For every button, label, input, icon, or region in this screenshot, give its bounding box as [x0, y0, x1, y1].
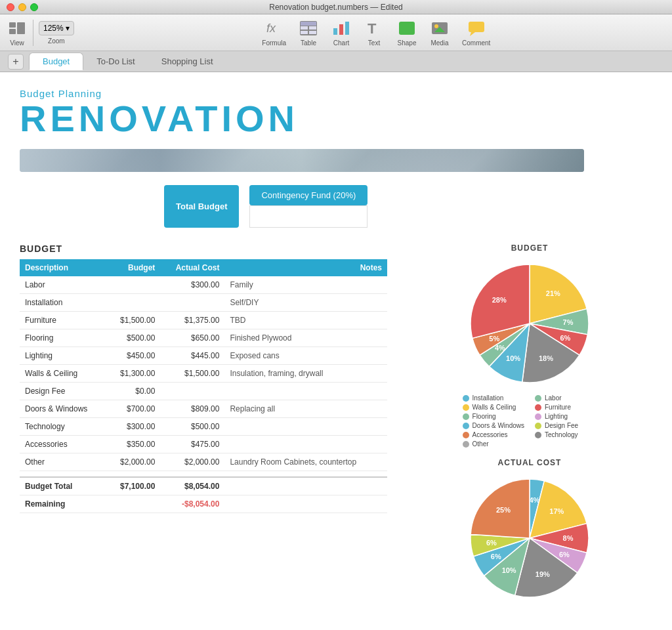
row-budget: $1,300.00: [106, 365, 160, 383]
zoom-group[interactable]: 125% ▾ Zoom: [39, 21, 74, 45]
zoom-label: Zoom: [48, 37, 65, 45]
row-notes: [224, 383, 387, 400]
svg-rect-9: [309, 31, 316, 34]
contingency-value-box[interactable]: [249, 205, 368, 228]
comment-group[interactable]: Comment: [462, 19, 490, 47]
svg-text:25%: 25%: [496, 506, 511, 514]
svg-rect-18: [469, 22, 484, 32]
legend-dot-walls: [463, 404, 469, 411]
shape-icon: [396, 19, 417, 37]
contingency-fund-button[interactable]: Contingency Fund (20%): [249, 185, 368, 205]
tabs-bar: + Budget To-Do List Shopping List: [0, 51, 672, 72]
total-label: Budget Total: [20, 477, 106, 495]
shape-group[interactable]: Shape: [396, 19, 417, 47]
row-actual: $650.00: [160, 329, 224, 347]
legend-flooring: Flooring: [463, 413, 524, 420]
table-icon: [298, 19, 319, 37]
svg-text:6%: 6%: [486, 539, 497, 547]
legend-label-doors: Doors & Windows: [472, 422, 524, 429]
row-budget: [106, 276, 160, 294]
row-description: Technology: [20, 418, 106, 436]
tab-budget[interactable]: Budget: [29, 52, 83, 70]
budget-pie-svg: 21%7%6%18%10%4%5%28%: [464, 258, 595, 389]
svg-text:21%: 21%: [546, 289, 560, 297]
actual-pie-container: ACTUAL COST 4%17%8%6%19%10%6%6%25%: [407, 458, 652, 604]
comment-label: Comment: [462, 39, 490, 47]
col-budget: Budget: [106, 259, 160, 276]
media-group[interactable]: Media: [429, 19, 450, 47]
svg-rect-6: [301, 26, 308, 30]
remaining-budget: [106, 495, 160, 513]
svg-rect-8: [301, 31, 308, 34]
row-notes: Self/DIY: [224, 294, 387, 312]
svg-text:7%: 7%: [563, 318, 574, 326]
row-budget: $450.00: [106, 347, 160, 365]
legend-label-labor: Labor: [545, 394, 562, 402]
table-header: Description Budget Actual Cost Notes: [20, 259, 387, 276]
row-notes: [224, 436, 387, 453]
budget-table: Description Budget Actual Cost Notes Lab…: [20, 259, 387, 513]
traffic-lights: [7, 3, 38, 11]
legend-dot-installation: [463, 395, 469, 402]
legend-label-installation: Installation: [472, 394, 504, 402]
row-actual: $2,000.00: [160, 453, 224, 471]
zoom-control[interactable]: 125% ▾: [39, 21, 74, 35]
tab-shopping-label: Shopping List: [161, 56, 213, 66]
total-budget: $7,100.00: [106, 477, 160, 495]
chart-group[interactable]: Chart: [331, 19, 352, 47]
maximize-button[interactable]: [30, 3, 38, 11]
window-title: Renovation budget.numbers — Edited: [269, 3, 402, 12]
add-tab-button[interactable]: +: [8, 54, 24, 70]
charts-section: BUDGET 21%7%6%18%10%4%5%28% Installation…: [400, 243, 652, 614]
row-notes: Family: [224, 276, 387, 294]
content-row: BUDGET Description Budget Actual Cost No…: [20, 243, 652, 614]
formula-icon: fx: [264, 19, 285, 37]
row-actual: $1,500.00: [160, 365, 224, 383]
svg-point-16: [434, 24, 438, 28]
row-budget: $350.00: [106, 436, 160, 453]
total-budget-button[interactable]: Total Budget: [164, 185, 239, 228]
budget-total-row: Budget Total $7,100.00 $8,054.00: [20, 477, 387, 495]
row-budget: $1,500.00: [106, 312, 160, 329]
row-budget: $0.00: [106, 383, 160, 400]
svg-text:18%: 18%: [539, 354, 553, 362]
tab-shopping[interactable]: Shopping List: [148, 53, 226, 70]
close-button[interactable]: [7, 3, 14, 11]
legend-labor: Labor: [535, 394, 597, 402]
text-group[interactable]: T Text: [364, 19, 385, 47]
legend-doors-windows: Doors & Windows: [463, 422, 524, 429]
table-group[interactable]: Table: [298, 19, 319, 47]
zoom-value: 125%: [43, 24, 64, 33]
row-description: Walls & Ceiling: [20, 365, 106, 383]
svg-rect-7: [309, 26, 316, 30]
view-icon: [7, 19, 28, 37]
toolbar-left: View 125% ▾ Zoom: [7, 19, 74, 47]
table-row: Lighting $450.00 $445.00 Exposed cans: [20, 347, 387, 365]
table-label: Table: [301, 39, 316, 47]
budget-table-body: Labor $300.00 Family Installation Self/D…: [20, 276, 387, 513]
row-actual: $300.00: [160, 276, 224, 294]
room-image: [20, 149, 584, 172]
legend-dot-design: [535, 423, 541, 429]
formula-label: Formula: [262, 39, 286, 47]
text-label: Text: [368, 39, 380, 47]
tab-todo[interactable]: To-Do List: [83, 53, 148, 70]
formula-group[interactable]: fx Formula: [262, 19, 286, 47]
doc-header: Budget Planning RENOVATION: [20, 88, 652, 142]
remaining-actual: -$8,054.00: [160, 495, 224, 513]
minimize-button[interactable]: [18, 3, 26, 11]
legend-lighting: Lighting: [535, 413, 597, 420]
legend-accessories: Accessories: [463, 431, 524, 438]
legend-label-other: Other: [472, 440, 489, 448]
svg-rect-5: [301, 22, 316, 26]
row-notes: Laundry Room Cabinets, countertop: [224, 453, 387, 471]
row-actual: $445.00: [160, 347, 224, 365]
legend-dot-furniture: [535, 404, 541, 411]
total-notes: [224, 477, 387, 495]
legend-label-furniture: Furniture: [545, 404, 571, 411]
actual-chart-title: ACTUAL COST: [498, 458, 562, 467]
row-description: Accessories: [20, 436, 106, 453]
legend-dot-accessories: [463, 432, 469, 438]
view-group[interactable]: View: [7, 19, 28, 47]
tab-todo-label: To-Do List: [96, 56, 135, 66]
